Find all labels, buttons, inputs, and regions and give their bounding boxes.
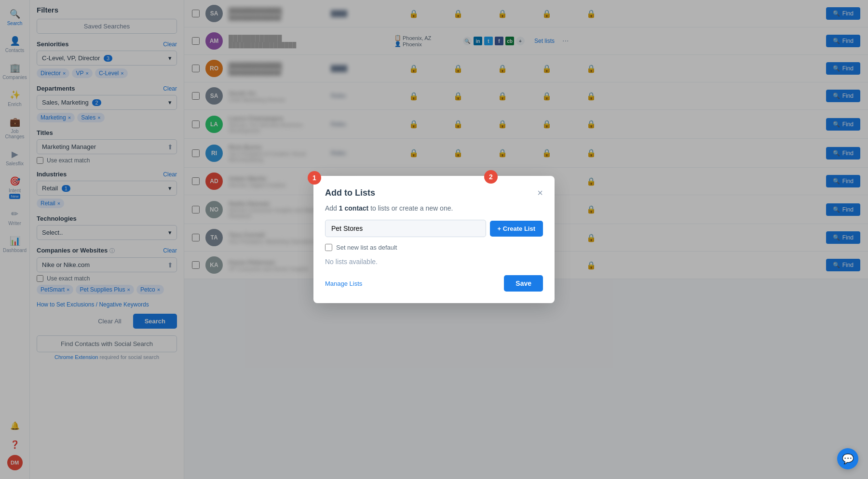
set-default-label: Set new list as default <box>336 244 397 251</box>
modal-close-button[interactable]: × <box>537 187 543 199</box>
modal-title: Add to Lists <box>325 188 375 198</box>
modal-backdrop[interactable]: 1 2 Add to Lists × Add 1 contact to list… <box>0 0 868 479</box>
chat-button[interactable]: 💬 <box>837 448 858 469</box>
modal-header: Add to Lists × <box>325 187 543 199</box>
save-button[interactable]: Save <box>504 275 543 292</box>
step-1-bubble: 1 <box>308 171 321 185</box>
set-default-checkbox[interactable] <box>325 244 332 251</box>
chat-icon: 💬 <box>842 453 854 465</box>
contact-count: 1 contact <box>339 204 368 212</box>
modal-subtitle: Add 1 contact to lists or create a new o… <box>325 204 543 212</box>
modal-search-input[interactable] <box>325 220 486 237</box>
manage-lists-link[interactable]: Manage Lists <box>325 280 362 287</box>
modal-search-row: + Create List <box>325 220 543 237</box>
step-2-bubble: 2 <box>484 170 498 184</box>
modal-checkbox-row: Set new list as default <box>325 244 543 251</box>
add-to-lists-modal: 1 2 Add to Lists × Add 1 contact to list… <box>313 176 555 303</box>
modal-footer: Manage Lists Save <box>325 275 543 292</box>
no-lists-text: No lists available. <box>325 258 543 266</box>
create-list-button[interactable]: + Create List <box>490 221 543 237</box>
